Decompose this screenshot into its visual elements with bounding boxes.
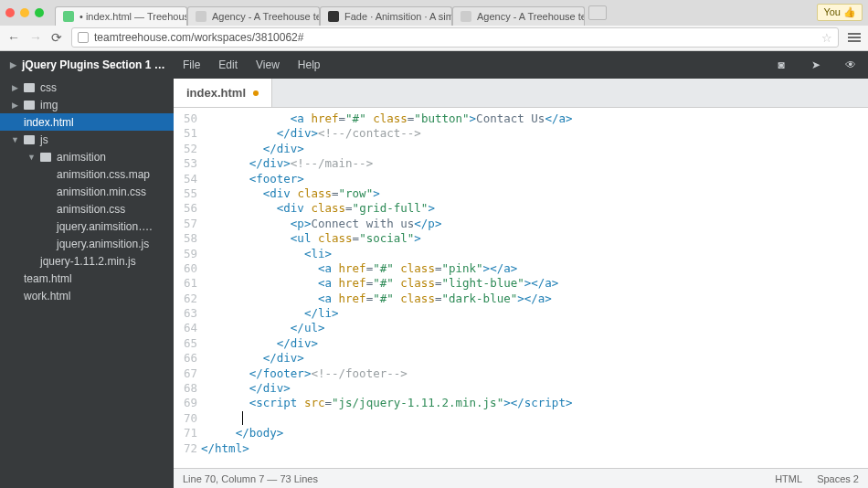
file-label: work.html [24, 290, 70, 302]
favicon [328, 11, 339, 22]
chevron-right-icon: ▶ [11, 83, 18, 92]
unsaved-dot-icon [253, 90, 259, 96]
file-item[interactable]: jquery.animsition…. [0, 217, 174, 235]
file-label: jquery-1.11.2.min.js [40, 255, 136, 268]
project-title[interactable]: ▶ jQuery Plugins Section 1 … [0, 51, 174, 79]
file-label: animsition.css.map [57, 168, 150, 181]
chevron-down-icon: ▼ [27, 153, 35, 162]
menu-view[interactable]: View [256, 58, 280, 71]
browser-nav-bar: ← → ⟳ ☆ [0, 26, 868, 51]
browser-menu-icon[interactable] [848, 33, 861, 42]
code-editor[interactable]: 5051525354555657585960616263646566676869… [174, 108, 868, 468]
folder-icon [40, 153, 51, 162]
file-item[interactable]: jquery-1.11.2.min.js [0, 252, 174, 270]
file-label: img [40, 99, 58, 111]
code-content[interactable]: <a href="#" class="button">Contact Us</a… [201, 108, 868, 468]
folder-icon [24, 101, 35, 110]
close-window-icon[interactable] [5, 8, 15, 17]
status-language[interactable]: HTML [775, 473, 802, 484]
file-tree-sidebar: ▶ jQuery Plugins Section 1 … ▶css▶imgind… [0, 51, 174, 488]
forward-button[interactable]: → [29, 30, 42, 45]
user-badge[interactable]: You 👍 [817, 4, 863, 21]
menu-help[interactable]: Help [298, 58, 321, 71]
status-bar: Line 70, Column 7 — 73 Lines HTML Spaces… [174, 468, 868, 488]
new-tab-button[interactable] [588, 5, 607, 20]
file-label: animsition.min.css [57, 186, 146, 198]
favicon [460, 11, 471, 22]
file-label: animsition.css [57, 203, 125, 216]
folder-icon [24, 135, 35, 144]
preview-icon[interactable]: 👁 [842, 58, 859, 72]
browser-tab[interactable]: Fade · Animsition · A simp…× [320, 6, 452, 26]
maximize-window-icon[interactable] [35, 8, 44, 17]
back-button[interactable]: ← [7, 30, 20, 45]
file-label: team.html [24, 272, 72, 285]
file-label: animsition [57, 151, 106, 164]
bookmark-icon[interactable]: ☆ [821, 31, 832, 45]
line-gutter: 5051525354555657585960616263646566676869… [174, 108, 201, 468]
ide-menubar: File Edit View Help ◙ ➤ 👁 [174, 51, 868, 79]
folder-item[interactable]: ▶img [0, 96, 174, 113]
status-indentation[interactable]: Spaces 2 [817, 473, 859, 484]
file-label: jquery.animsition.js [57, 238, 149, 250]
chevron-right-icon: ▶ [11, 101, 18, 110]
file-item[interactable]: animsition.min.css [0, 183, 174, 200]
file-label: js [40, 133, 48, 146]
file-label: index.html [24, 116, 74, 129]
file-item[interactable]: animsition.css.map [0, 165, 174, 183]
folder-item[interactable]: ▼animsition [0, 148, 174, 165]
address-bar[interactable]: ☆ [71, 27, 839, 48]
menu-file[interactable]: File [183, 58, 200, 71]
file-item[interactable]: jquery.animsition.js [0, 235, 174, 252]
folder-item[interactable]: ▼js [0, 131, 174, 148]
camera-icon[interactable]: ◙ [773, 58, 789, 72]
file-item[interactable]: animsition.css [0, 200, 174, 217]
favicon [63, 11, 74, 22]
browser-tab[interactable]: • index.html — Treehouse× [55, 6, 187, 26]
file-item[interactable]: team.html [0, 270, 174, 287]
reload-button[interactable]: ⟳ [51, 30, 62, 45]
tab-index-html[interactable]: index.html [174, 79, 272, 107]
chevron-right-icon: ▶ [9, 60, 16, 69]
window-controls [5, 8, 44, 17]
pointer-icon[interactable]: ➤ [808, 58, 824, 72]
menu-edit[interactable]: Edit [218, 58, 238, 71]
document-tabs: index.html [174, 79, 868, 108]
browser-tab-bar: • index.html — Treehouse×Agency - A Tree… [0, 0, 868, 26]
cursor-position: Line 70, Column 7 — 73 Lines [183, 473, 318, 484]
file-item[interactable]: index.html [0, 113, 174, 131]
url-input[interactable] [94, 31, 816, 44]
file-label: jquery.animsition…. [57, 220, 152, 233]
page-icon [78, 32, 89, 43]
favicon [196, 11, 206, 22]
minimize-window-icon[interactable] [20, 8, 29, 17]
browser-tab[interactable]: Agency - A Treehouse tem…× [452, 6, 585, 26]
file-label: css [40, 81, 57, 94]
folder-item[interactable]: ▶css [0, 79, 174, 96]
chevron-down-icon: ▼ [11, 135, 18, 144]
folder-icon [24, 83, 35, 92]
browser-tab[interactable]: Agency - A Treehouse tem…× [187, 6, 320, 26]
file-item[interactable]: work.html [0, 287, 174, 304]
